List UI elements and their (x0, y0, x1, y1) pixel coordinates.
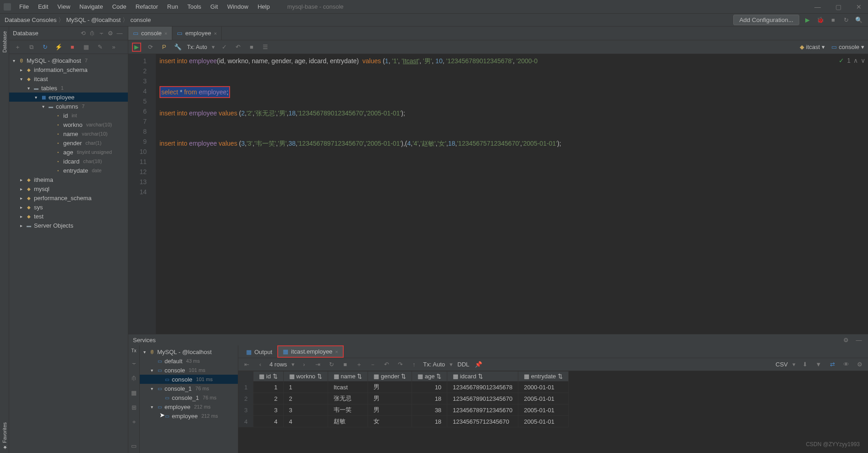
view-mode-icon[interactable]: ☰ (261, 43, 270, 52)
sv-pin-icon[interactable]: ⊞ (129, 403, 138, 412)
tree-row[interactable]: ▸◆sys (9, 202, 128, 212)
hide-icon[interactable]: — (115, 29, 124, 38)
tree-row[interactable]: ▭console_176 ms (140, 393, 238, 402)
tree-row[interactable]: ▭default43 ms (140, 356, 238, 366)
column-header[interactable]: ▦ gender ⇅ (368, 371, 412, 382)
more-icon[interactable]: » (109, 43, 118, 52)
git-update-icon[interactable]: ↻ (841, 16, 851, 25)
tree-row[interactable]: ▸◆information_schema (9, 65, 128, 74)
services-hide-icon[interactable]: — (854, 335, 863, 344)
column-header[interactable]: ▦ name ⇅ (328, 371, 368, 382)
table-row[interactable]: 444赵敏女18123456757123456702005-01-01 (239, 416, 569, 427)
services-settings-icon[interactable]: ⚙ (841, 335, 851, 344)
expand-icon[interactable]: ⫟ (97, 29, 106, 38)
menu-code[interactable]: Code (109, 1, 130, 12)
search-icon[interactable]: 🔍 (854, 16, 863, 25)
pin-icon[interactable]: 📌 (474, 360, 483, 369)
remove-row-icon[interactable]: － (368, 360, 377, 369)
sv-collapse-icon[interactable]: ⫛ (129, 373, 138, 382)
menu-refactor[interactable]: Refactor (132, 1, 162, 12)
rollback-icon[interactable]: ↶ (233, 43, 242, 52)
breadcrumb-part[interactable]: MySQL - @localhost (66, 16, 121, 23)
execute-button[interactable]: ▶ (132, 43, 141, 52)
tree-row[interactable]: ▾🛢MySQL - @localhost (140, 347, 238, 356)
tree-row[interactable]: ▾▭console_176 ms (140, 384, 238, 393)
sv-add-icon[interactable]: ＋ (129, 417, 138, 426)
tree-row[interactable]: ▭console101 ms (140, 375, 238, 384)
minimize-button[interactable]: — (812, 2, 824, 11)
services-tab[interactable]: ▦Output (241, 346, 277, 358)
wrench-icon[interactable]: 🔧 (173, 43, 182, 52)
filter-results-icon[interactable]: ▼ (814, 360, 823, 369)
tree-row[interactable]: ▾▬columns7 (9, 102, 128, 111)
tree-row[interactable]: ▪genderchar(1) (9, 138, 128, 147)
tree-row[interactable]: ▪agetinyint unsigned (9, 147, 128, 157)
commit-icon[interactable]: ✓ (220, 43, 229, 52)
tree-row[interactable]: ▪worknovarchar(10) (9, 120, 128, 129)
column-header[interactable]: ▦ id ⇅ (253, 371, 283, 382)
refresh-icon[interactable]: ⟲ (78, 29, 88, 38)
explain-icon[interactable]: P (159, 43, 169, 52)
sv-layout-icon[interactable]: ▦ (129, 388, 138, 397)
debug-icon[interactable]: 🐞 (816, 16, 825, 25)
compare-icon[interactable]: ⇄ (828, 360, 837, 369)
menu-run[interactable]: Run (164, 1, 182, 12)
tree-row[interactable]: ▸◆test (9, 212, 128, 221)
tx-mode-dropdown[interactable]: Tx: Auto (187, 44, 207, 50)
view-icon[interactable]: 👁 (841, 360, 851, 369)
tree-row[interactable]: ▸◆performance_schema (9, 193, 128, 202)
edit-icon[interactable]: ✎ (95, 43, 104, 52)
menu-file[interactable]: File (16, 1, 33, 12)
download-icon[interactable]: ⬇ (800, 360, 809, 369)
table-settings-icon[interactable]: ⚙ (855, 360, 864, 369)
breadcrumb-part[interactable]: Database Consoles (5, 16, 56, 23)
add-configuration-button[interactable]: Add Configuration... (733, 15, 799, 25)
sv-expand-icon[interactable]: ⫟ (129, 359, 138, 368)
table-row[interactable]: 222张无忌男181234567890123456702005-01-01 (239, 393, 569, 404)
table-row[interactable]: 333韦一笑男381234567897123456702005-01-01 (239, 404, 569, 416)
column-header[interactable]: ▦ workno ⇅ (283, 371, 328, 382)
tree-row[interactable]: ▾◆itcast (9, 74, 128, 83)
code-editor[interactable]: 1234567891011121314 insert into employee… (128, 54, 868, 334)
menu-help[interactable]: Help (254, 1, 274, 12)
tree-row[interactable]: ▪idint (9, 111, 128, 120)
prev-page-icon[interactable]: ‹ (256, 360, 265, 369)
table-row[interactable]: 111Itcast男101234567890123456782000-01-01 (239, 382, 569, 393)
run-icon[interactable]: ▶ (803, 16, 812, 25)
menu-view[interactable]: View (54, 1, 74, 12)
table-view-icon[interactable]: ▦ (82, 43, 91, 52)
schema-selector[interactable]: ◆itcast ▾ (800, 44, 825, 50)
tree-row[interactable]: ▾▭console101 ms (140, 366, 238, 375)
submit-icon[interactable]: ↑ (409, 360, 418, 369)
stop-db-icon[interactable]: ■ (68, 43, 77, 52)
inspection-icon[interactable]: ✓ (839, 57, 844, 64)
tree-row[interactable]: ▪idcardchar(18) (9, 157, 128, 166)
menu-tools[interactable]: Tools (184, 1, 205, 12)
editor-tab[interactable]: ▭console× (128, 27, 172, 40)
next-problem-icon[interactable]: ∨ (861, 57, 865, 64)
menu-git[interactable]: Git (207, 1, 222, 12)
tree-row[interactable]: ▪entrydatedate (9, 166, 128, 175)
filter-icon[interactable]: ⚡ (54, 43, 63, 52)
commit-rows-icon[interactable]: ↷ (396, 360, 405, 369)
reload-icon[interactable]: ↻ (327, 360, 336, 369)
menu-navigate[interactable]: Navigate (76, 1, 106, 12)
sync-icon[interactable]: ↻ (40, 43, 49, 52)
tree-row[interactable]: ▾🛢MySQL - @localhost7 (9, 56, 128, 65)
cancel-icon[interactable]: ■ (247, 43, 256, 52)
row-count[interactable]: 4 rows (269, 361, 287, 368)
add-row-icon[interactable]: ＋ (354, 360, 363, 369)
tree-row[interactable]: ▭employee212 ms (140, 411, 238, 420)
tree-row[interactable]: ▾▭employee212 ms (140, 402, 238, 411)
next-page-icon[interactable]: › (299, 360, 308, 369)
settings-icon[interactable]: ⚙ (106, 29, 115, 38)
duplicate-icon[interactable]: ⧉ (27, 43, 36, 52)
stop-icon[interactable]: ■ (829, 16, 838, 25)
services-tab[interactable]: ▦itcast.employee× (277, 345, 344, 358)
tree-row[interactable]: ▸◆mysql (9, 184, 128, 193)
last-page-icon[interactable]: ⇥ (313, 360, 322, 369)
console-selector[interactable]: ▭console ▾ (831, 44, 864, 50)
tree-row[interactable]: ▪namevarchar(10) (9, 129, 128, 138)
export-format[interactable]: CSV (775, 361, 788, 368)
breadcrumb-part[interactable]: console (130, 16, 151, 23)
